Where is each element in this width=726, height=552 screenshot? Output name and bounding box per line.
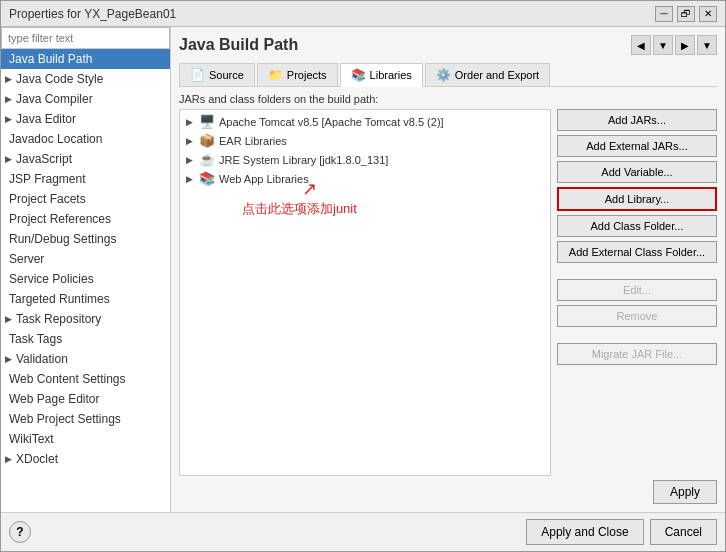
add-jars-button[interactable]: Add JARs...: [557, 109, 717, 131]
tree-item-jre-label: JRE System Library [jdk1.8.0_131]: [219, 154, 388, 166]
minimize-button[interactable]: ─: [655, 6, 673, 22]
restore-button[interactable]: 🗗: [677, 6, 695, 22]
title-bar: Properties for YX_PageBean01 ─ 🗗 ✕: [1, 1, 725, 27]
tab-projects-label: Projects: [287, 69, 327, 81]
sidebar-item-java-code-style[interactable]: ▶ Java Code Style: [1, 69, 170, 89]
apply-section: Apply: [179, 480, 717, 504]
tab-order-label: Order and Export: [455, 69, 539, 81]
migrate-jar-button[interactable]: Migrate JAR File...: [557, 343, 717, 365]
sidebar-items-list: Java Build Path ▶ Java Code Style ▶ Java…: [1, 49, 170, 512]
sidebar-item-project-references[interactable]: Project References: [1, 209, 170, 229]
expand-icon: ▶: [5, 94, 12, 104]
classpath-tree: ▶ 🖥️ Apache Tomcat v8.5 [Apache Tomcat v…: [179, 109, 551, 476]
sidebar-item-run-debug[interactable]: Run/Debug Settings: [1, 229, 170, 249]
sidebar-item-xdoclet[interactable]: ▶ XDoclet: [1, 449, 170, 469]
cancel-button[interactable]: Cancel: [650, 519, 717, 545]
tab-libraries[interactable]: 📚 Libraries: [340, 63, 423, 87]
sidebar-item-project-facets[interactable]: Project Facets: [1, 189, 170, 209]
tree-item-ear[interactable]: ▶ 📦 EAR Libraries: [182, 131, 548, 150]
sidebar-item-targeted-runtimes[interactable]: Targeted Runtimes: [1, 289, 170, 309]
sidebar-item-label: Task Repository: [16, 312, 101, 326]
tab-projects[interactable]: 📁 Projects: [257, 63, 338, 86]
webapp-icon: 📚: [199, 171, 215, 186]
add-external-class-folder-button[interactable]: Add External Class Folder...: [557, 241, 717, 263]
sidebar-item-jsp-fragment[interactable]: JSP Fragment: [1, 169, 170, 189]
source-tab-icon: 📄: [190, 68, 205, 82]
sidebar-item-label: WikiText: [9, 432, 54, 446]
add-external-jars-button[interactable]: Add External JARs...: [557, 135, 717, 157]
projects-tab-icon: 📁: [268, 68, 283, 82]
add-variable-button[interactable]: Add Variable...: [557, 161, 717, 183]
edit-button[interactable]: Edit...: [557, 279, 717, 301]
sidebar-item-task-tags[interactable]: Task Tags: [1, 329, 170, 349]
sidebar-item-web-content-settings[interactable]: Web Content Settings: [1, 369, 170, 389]
sidebar-item-java-build-path[interactable]: Java Build Path: [1, 49, 170, 69]
sidebar-item-label: Web Content Settings: [9, 372, 126, 386]
main-content: Java Build Path ▶ Java Code Style ▶ Java…: [1, 27, 725, 512]
tab-order-export[interactable]: ⚙️ Order and Export: [425, 63, 550, 86]
sidebar-item-label: Server: [9, 252, 44, 266]
remove-button[interactable]: Remove: [557, 305, 717, 327]
tree-expand-icon: ▶: [186, 136, 193, 146]
nav-forward-button[interactable]: ▶: [675, 35, 695, 55]
tab-source[interactable]: 📄 Source: [179, 63, 255, 86]
panel-title-text: Java Build Path: [179, 36, 298, 54]
tree-item-jre[interactable]: ▶ ☕ JRE System Library [jdk1.8.0_131]: [182, 150, 548, 169]
tree-item-tomcat-label: Apache Tomcat v8.5 [Apache Tomcat v8.5 (…: [219, 116, 444, 128]
sidebar-item-label: Java Editor: [16, 112, 76, 126]
sidebar-item-service-policies[interactable]: Service Policies: [1, 269, 170, 289]
sidebar-item-wikitext[interactable]: WikiText: [1, 429, 170, 449]
nav-dropdown-button[interactable]: ▼: [653, 35, 673, 55]
annotation-text: 点击此选项添加junit: [242, 200, 357, 218]
sidebar-item-web-project-settings[interactable]: Web Project Settings: [1, 409, 170, 429]
sidebar-item-label: Web Page Editor: [9, 392, 100, 406]
sidebar: Java Build Path ▶ Java Code Style ▶ Java…: [1, 27, 171, 512]
help-button[interactable]: ?: [9, 521, 31, 543]
nav-forward-dropdown-button[interactable]: ▼: [697, 35, 717, 55]
tree-item-webapp-label: Web App Libraries: [219, 173, 309, 185]
tree-item-ear-label: EAR Libraries: [219, 135, 287, 147]
apply-and-close-button[interactable]: Apply and Close: [526, 519, 643, 545]
sidebar-item-javascript[interactable]: ▶ JavaScript: [1, 149, 170, 169]
sidebar-item-label: Service Policies: [9, 272, 94, 286]
button-spacer-2: [557, 331, 717, 339]
apply-button[interactable]: Apply: [653, 480, 717, 504]
bottom-right: Apply and Close Cancel: [526, 519, 717, 545]
sidebar-item-label: Javadoc Location: [9, 132, 102, 146]
sidebar-item-label: Java Build Path: [9, 52, 92, 66]
sidebar-item-javadoc-location[interactable]: Javadoc Location: [1, 129, 170, 149]
sidebar-item-server[interactable]: Server: [1, 249, 170, 269]
window-title: Properties for YX_PageBean01: [9, 7, 176, 21]
tree-item-tomcat[interactable]: ▶ 🖥️ Apache Tomcat v8.5 [Apache Tomcat v…: [182, 112, 548, 131]
nav-back-button[interactable]: ◀: [631, 35, 651, 55]
sidebar-item-java-compiler[interactable]: ▶ Java Compiler: [1, 89, 170, 109]
sidebar-item-web-page-editor[interactable]: Web Page Editor: [1, 389, 170, 409]
window-controls: ─ 🗗 ✕: [655, 6, 717, 22]
sidebar-item-label: Targeted Runtimes: [9, 292, 110, 306]
build-desc: JARs and class folders on the build path…: [179, 93, 717, 105]
sidebar-item-validation[interactable]: ▶ Validation: [1, 349, 170, 369]
filter-input[interactable]: [1, 27, 170, 49]
add-library-button[interactable]: Add Library...: [557, 187, 717, 211]
expand-icon: ▶: [5, 314, 12, 324]
libraries-tab-icon: 📚: [351, 68, 366, 82]
sidebar-item-label: Java Code Style: [16, 72, 103, 86]
tab-libraries-label: Libraries: [370, 69, 412, 81]
annotation-arrow-icon: ↗: [302, 178, 528, 193]
sidebar-item-label: Project Facets: [9, 192, 86, 206]
sidebar-item-label: Task Tags: [9, 332, 62, 346]
close-button[interactable]: ✕: [699, 6, 717, 22]
sidebar-item-task-repository[interactable]: ▶ Task Repository: [1, 309, 170, 329]
expand-icon: ▶: [5, 454, 12, 464]
panel-nav: ◀ ▼ ▶ ▼: [631, 35, 717, 55]
sidebar-item-label: JavaScript: [16, 152, 72, 166]
add-class-folder-button[interactable]: Add Class Folder...: [557, 215, 717, 237]
tabs-bar: 📄 Source 📁 Projects 📚 Libraries ⚙️ Order…: [179, 63, 717, 87]
tree-expand-icon: ▶: [186, 155, 193, 165]
sidebar-item-label: Project References: [9, 212, 111, 226]
sidebar-item-label: Web Project Settings: [9, 412, 121, 426]
sidebar-item-label: Java Compiler: [16, 92, 93, 106]
sidebar-item-label: JSP Fragment: [9, 172, 85, 186]
jre-icon: ☕: [199, 152, 215, 167]
sidebar-item-java-editor[interactable]: ▶ Java Editor: [1, 109, 170, 129]
